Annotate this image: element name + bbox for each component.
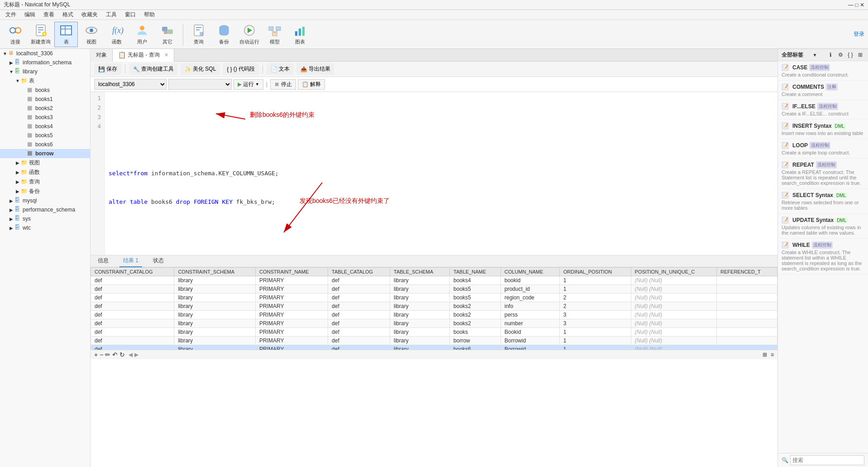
sidebar-item-info-schema[interactable]: ▶ 🗄 information_schema [0,58,90,67]
connection-bar: localhost_3306 ▶ 运行 ▼ | ⏹ 停止 📋 解释 [91,77,777,92]
snippet-item[interactable]: 📝REPEAT流程控制Create a REPEAT construct. Th… [778,159,868,189]
sidebar-item-library[interactable]: ▼ 🗄 library [0,67,90,76]
toolbar-table[interactable]: 表 [54,22,78,47]
grid-icon[interactable]: ⊞ [856,51,864,59]
edit-icon[interactable]: ✏ [105,351,110,358]
search-input[interactable] [790,455,864,465]
menu-favorites[interactable]: 收藏夹 [78,10,101,19]
minimize-btn[interactable]: — [848,2,854,8]
refresh-icon[interactable]: ↻ [119,351,125,358]
expand-arrow: ▼ [2,51,8,56]
snippet-item[interactable]: 📝LOOP流程控制Create a simple loop construct. [778,139,868,159]
sidebar-item-books1[interactable]: ▦ books1 [0,95,90,104]
sidebar-item-books6[interactable]: ▦ books6 [0,140,90,149]
tab-query[interactable]: 📋 无标题 - 查询 ✕ [113,49,174,62]
code-editor[interactable]: select*from information_schema.KEY_COLUM… [105,92,777,255]
sidebar-item-books3[interactable]: ▦ books3 [0,113,90,122]
sidebar-item-wtc[interactable]: ▶ 🗄 wtc [0,223,90,232]
tab-result[interactable]: 结果 1 [119,255,142,267]
maximize-btn[interactable]: □ [855,2,858,8]
export-button[interactable]: 📤 导出结果 [296,63,334,75]
code-snippet-button[interactable]: { } () 代码段 [223,63,259,75]
snippet-item[interactable]: 📝UPDATE SyntaxDMLUpdates columns of exis… [778,214,868,239]
undo-icon[interactable]: ↶ [112,351,118,358]
info-icon[interactable]: ℹ [826,51,835,59]
snippet-item[interactable]: 📝COMMENTS注释Create a comment [778,81,868,100]
menu-edit[interactable]: 编辑 [21,10,39,19]
sidebar-item-performance-schema[interactable]: ▶ 🗄 performance_schema [0,205,90,214]
run-button[interactable]: ▶ 运行 ▼ [234,79,263,90]
sidebar-item-books4[interactable]: ▦ books4 [0,122,90,131]
table-row[interactable]: deflibraryPRIMARYdeflibrarybooks2perss3(… [91,311,777,319]
menu-help[interactable]: 帮助 [140,10,158,19]
table-row[interactable]: deflibraryPRIMARYdeflibrarybooks2number3… [91,319,777,328]
snippet-tag: DML [835,193,847,198]
right-panel-dropdown[interactable]: ▼ [813,53,817,58]
beautify-button[interactable]: ✨ 美化 SQL [181,63,220,75]
sidebar-item-functions-folder[interactable]: ▶ 📁 函数 [0,168,90,177]
remove-row-icon[interactable]: − [100,351,103,358]
menu-window[interactable]: 窗口 [121,10,139,19]
sidebar-item-books5[interactable]: ▦ books5 [0,131,90,140]
grid-view-toggle[interactable]: ⊞ [763,351,767,358]
snippet-item[interactable]: 📝INSERT SyntaxDMLInsert new rows into an… [778,120,868,139]
snippet-item[interactable]: 📝IF...ELSE流程控制Create a IF...ELSE... cons… [778,100,868,120]
table-row[interactable]: deflibraryPRIMARYdeflibrarybooksBookid1(… [91,328,777,337]
sidebar-item-queries-folder[interactable]: ▶ 📁 查询 [0,177,90,187]
menu-file[interactable]: 文件 [2,10,20,19]
explain-button[interactable]: 📋 解释 [298,79,325,90]
sidebar-item-sys[interactable]: ▶ 🗄 sys [0,214,90,223]
sidebar-item-mysql[interactable]: ▶ 🗄 mysql [0,196,90,205]
run-separator: | [266,81,267,87]
add-row-icon[interactable]: + [94,351,98,358]
text-button[interactable]: 📄 文本 [267,63,294,75]
sidebar-item-backup-folder[interactable]: ▶ 📁 备份 [0,187,90,196]
sidebar-item-views-folder[interactable]: ▶ 📁 视图 [0,158,90,168]
table-row[interactable]: deflibraryPRIMARYdeflibrarybooks4bookid1… [91,276,777,285]
tab-status[interactable]: 状态 [149,255,167,267]
result-table[interactable]: CONSTRAINT_CATALOG CONSTRAINT_SCHEMA CON… [91,267,777,350]
snippet-item[interactable]: 📝CASE流程控制Create a conditional construct. [778,61,868,81]
toolbar-connect[interactable]: 连接 [4,22,27,47]
sidebar-item-books2[interactable]: ▦ books2 [0,104,90,113]
toolbar-function[interactable]: f(x) 函数 [105,22,129,47]
toolbar-other[interactable]: 其它 [156,22,179,47]
table-row[interactable]: deflibraryPRIMARYdeflibraryborrowBorrowi… [91,337,777,345]
toolbar-view[interactable]: 视图 [80,22,103,47]
editor-area[interactable]: 1 2 3 4 select*from information_schema.K… [91,92,777,255]
sidebar-item-books[interactable]: ▦ books [0,86,90,95]
table-cell: library [390,302,450,311]
table-row[interactable]: deflibraryPRIMARYdeflibrarybooks2info2(N… [91,302,777,311]
save-button[interactable]: 💾 保存 [94,63,121,75]
sidebar-item-localhost[interactable]: ▼ 🖥 localhost_3306 [0,49,90,58]
bracket-icon[interactable]: { } [846,51,854,59]
toolbar-model[interactable]: 模型 [263,22,286,47]
table-row[interactable]: deflibraryPRIMARYdeflibrarybooks5region_… [91,294,777,302]
query-builder-button[interactable]: 🔧 查询创建工具 [129,63,178,75]
table-row[interactable]: deflibraryPRIMARYdeflibrarybooks5product… [91,285,777,294]
toolbar-chart[interactable]: 图表 [288,22,312,47]
database-select[interactable] [168,79,232,90]
toolbar-user[interactable]: 用户 [130,22,154,47]
tab-info[interactable]: 信息 [94,255,112,267]
menu-tools[interactable]: 工具 [102,10,120,19]
close-btn[interactable]: ✕ [860,2,864,8]
sidebar-item-borrow[interactable]: ▦ borrow [0,149,90,158]
toolbar-backup[interactable]: 备份 [212,22,236,47]
toolbar-new-query[interactable]: 新建查询 [29,22,52,47]
snippet-item[interactable]: 📝WHILE流程控制Create a WHILE construct. The … [778,239,868,274]
connection-select[interactable]: localhost_3306 [94,79,167,90]
stop-button[interactable]: ⏹ 停止 [270,79,296,90]
toolbar-query[interactable]: Q 查询 [187,22,210,47]
login-button[interactable]: 登录 [854,30,864,38]
settings-icon[interactable]: ⚙ [836,51,844,59]
snippet-item[interactable]: 📝SELECT SyntaxDMLRetrieve rows selected … [778,189,868,214]
form-view-toggle[interactable]: ≡ [771,351,774,358]
toolbar-autorun[interactable]: 自动运行 [238,22,261,47]
menu-view[interactable]: 查看 [40,10,58,19]
menu-format[interactable]: 格式 [59,10,77,19]
table-row[interactable]: deflibraryPRIMARYdeflibrarybooks6Borrowi… [91,345,777,350]
sidebar-item-tables-folder[interactable]: ▼ 📁 表 [0,76,90,86]
tab-objects[interactable]: 对象 [91,49,113,62]
tab-close-icon[interactable]: ✕ [164,52,168,58]
